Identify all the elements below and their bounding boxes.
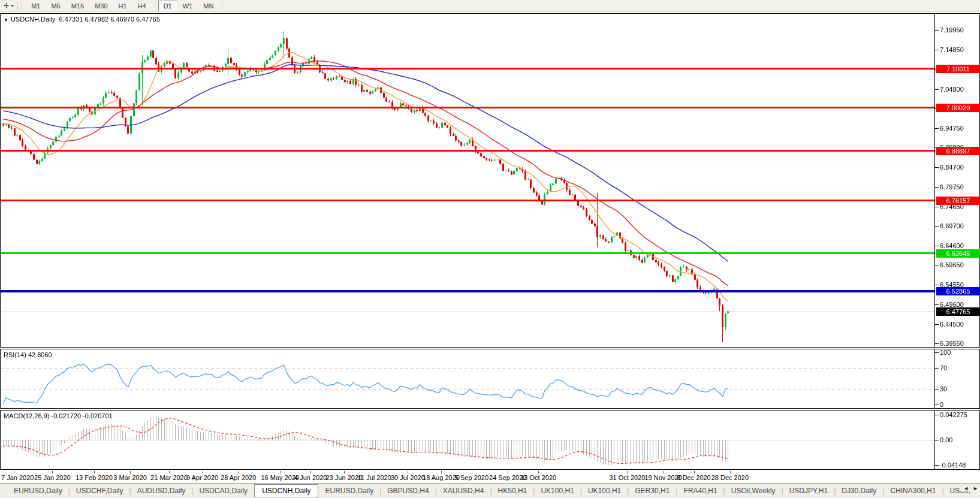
chart-tab-usdcad-daily[interactable]: USDCAD,Daily	[194, 485, 253, 497]
date-tick	[664, 471, 664, 473]
date-label: 18 Aug 2020	[423, 474, 460, 481]
date-tick	[408, 471, 408, 473]
price-chart-canvas[interactable]	[1, 14, 979, 347]
price-axis-tick: 7.14850	[940, 46, 964, 53]
chart-context-caret-icon[interactable]: ▼	[4, 17, 8, 23]
date-label: 13 Oct 2020	[520, 474, 556, 481]
chart-tab-audusd-daily[interactable]: AUDUSD,Daily	[132, 485, 191, 497]
toolbar-separator	[155, 1, 155, 10]
chart-tab-uk100-h1[interactable]: UK100,H1	[583, 485, 626, 497]
date-tick	[472, 471, 472, 473]
price-line-label: 6.52865	[936, 287, 980, 295]
chart-tab-usdchf-daily[interactable]: USDCHF,Daily	[71, 485, 129, 497]
macd-axis-tick: -0.04148	[940, 461, 966, 469]
chart-tab-usdcnh-daily[interactable]: USDCNH,Daily	[254, 484, 318, 497]
date-label: 23 Jun 2020	[326, 474, 363, 481]
date-tick	[203, 471, 203, 473]
price-axis-tick: 7.19950	[940, 26, 964, 34]
date-tick	[130, 471, 131, 473]
macd-canvas[interactable]	[1, 411, 979, 469]
price-axis-tick: 6.44500	[940, 321, 964, 328]
price-axis-tick: 6.64600	[940, 242, 964, 249]
date-label: 19 Nov 2020	[644, 474, 682, 481]
toolbar-grip-handle[interactable]	[17, 2, 22, 10]
chart-tab-china300-h1[interactable]: CHINA300,H1	[885, 485, 941, 497]
chart-tab-eurusd-daily[interactable]: EURUSD,Daily	[319, 485, 379, 497]
date-label: 5 Sep 2020	[455, 474, 489, 481]
toolbar-dropdown-caret-icon[interactable]: ▼	[10, 4, 16, 8]
timeframe-button-m30[interactable]: M30	[89, 1, 113, 11]
date-tick	[310, 471, 311, 473]
price-axis-tick: 6.84700	[940, 164, 964, 171]
price-axis-tick: 6.39550	[940, 340, 964, 347]
price-line-label: 7.10011	[936, 65, 980, 73]
date-label: 16 May 2020	[261, 474, 299, 481]
price-chart-panel: ▼USDCNH,Daily 6.47331 6.47982 6.46970 6.…	[0, 13, 980, 348]
price-axis-tick: 6.59650	[940, 261, 964, 268]
date-tick	[52, 471, 53, 473]
date-tick	[441, 471, 442, 473]
timeframe-button-d1[interactable]: D1	[158, 1, 177, 11]
cursor-tool-icon[interactable]: ✛	[2, 2, 10, 10]
chart-ohlc-values: 6.47331 6.47982 6.46970 6.47765	[59, 16, 160, 23]
price-axis-tick: 6.79750	[940, 183, 964, 191]
date-tick	[694, 471, 695, 473]
date-tick	[730, 471, 731, 473]
date-tick	[627, 471, 628, 473]
chart-tab-dj30-daily[interactable]: DJ30,Daily	[836, 485, 882, 497]
date-label: 30 Jul 2020	[391, 474, 425, 481]
price-line-label: 6.88897	[936, 147, 980, 155]
timeframe-button-m5[interactable]: M5	[46, 1, 65, 11]
timeframe-button-m1[interactable]: M1	[26, 1, 46, 11]
timeframe-button-w1[interactable]: W1	[177, 1, 198, 11]
chart-tab-bar: EURUSD,Daily|USDCHF,Daily|AUDUSD,Daily|U…	[0, 483, 980, 498]
date-label: 21 Mar 2020	[150, 474, 188, 481]
date-label: 9 Apr 2020	[186, 474, 218, 481]
date-tick	[344, 471, 345, 473]
date-label: 25 Jan 2020	[34, 474, 71, 481]
date-tick	[169, 471, 170, 473]
timeframe-button-m15[interactable]: M15	[66, 1, 89, 11]
date-tick	[375, 471, 375, 473]
date-tick	[14, 471, 14, 473]
chart-tab-ger30-h1[interactable]: GER30,H1	[629, 485, 675, 497]
rsi-axis-tick: 30	[940, 385, 947, 393]
date-label: 11 Jul 2020	[358, 474, 391, 481]
tab-scroll-arrows: ◄ ►	[960, 485, 978, 491]
macd-axis-tick: 0.00	[940, 436, 952, 443]
chart-tab-hk50-h1[interactable]: HK50,H1	[493, 485, 533, 497]
toolbar-separator	[222, 1, 222, 10]
chart-tab-uk100-h1[interactable]: UK100,H1	[535, 485, 579, 497]
chart-tab-fra40-h1[interactable]: FRA40,H1	[679, 485, 723, 497]
rsi-axis-tick: 100	[940, 349, 951, 356]
price-line-label: 7.00029	[936, 104, 980, 112]
timeframe-button-h1[interactable]: H1	[113, 1, 132, 11]
date-tick	[508, 471, 508, 473]
rsi-canvas[interactable]	[1, 349, 979, 408]
tab-scroll-left-icon[interactable]: ◄	[963, 485, 969, 491]
price-line-label: 6.76157	[936, 197, 980, 205]
date-label: 4 Jun 2020	[294, 474, 327, 481]
date-tick	[239, 471, 239, 473]
date-tick	[94, 471, 95, 473]
date-label: 31 Oct 2020	[609, 474, 645, 481]
chart-tab-xauusd-h4[interactable]: XAUUSD,H4	[438, 485, 490, 497]
chart-tab-eurusd-daily[interactable]: EURUSD,Daily	[8, 485, 68, 497]
rsi-axis-tick: 70	[940, 364, 947, 372]
macd-indicator-panel: MACD(12,26,9) -0.021720 -0.020701 0.0422…	[0, 410, 980, 470]
tab-scroll-right-icon[interactable]: ►	[973, 485, 978, 491]
chart-tab-usdjpy-h1[interactable]: USDJPY,H1	[784, 485, 833, 497]
date-label: 13 Feb 2020	[76, 474, 113, 481]
date-label: 28 Apr 2020	[221, 474, 256, 481]
chart-tab-gbpusd-h4[interactable]: GBPUSD,H4	[382, 485, 434, 497]
macd-axis-tick: 0.042275	[940, 411, 967, 418]
timeframe-button-h4[interactable]: H4	[132, 1, 152, 11]
date-tick	[538, 471, 539, 473]
timeframe-button-mn[interactable]: MN	[198, 1, 219, 11]
date-label: 28 Dec 2020	[711, 474, 749, 481]
macd-label: MACD(12,26,9) -0.021720 -0.020701	[4, 412, 113, 419]
current-price-label: 6.47765	[936, 307, 980, 316]
price-axis-tick: 6.69700	[940, 222, 964, 230]
chart-tab-usoil-weekly[interactable]: USOil,Weekly	[726, 485, 781, 497]
price-axis-tick: 6.94750	[940, 125, 964, 132]
